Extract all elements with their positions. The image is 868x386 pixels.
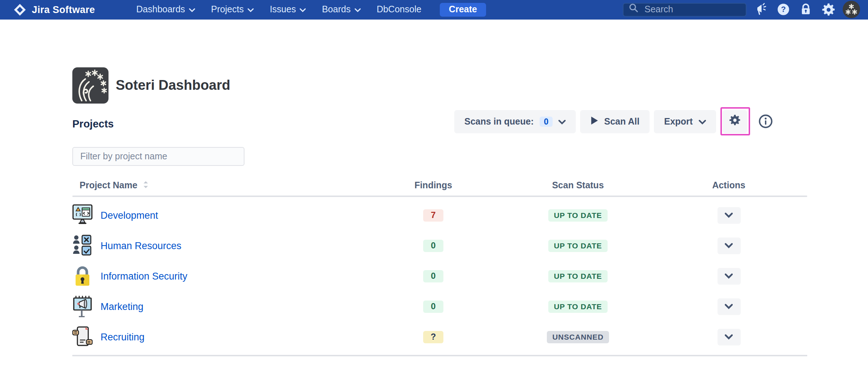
scan-status-badge: UNSCANNED bbox=[546, 331, 609, 343]
nav-item-issues[interactable]: Issues bbox=[262, 0, 314, 19]
row-actions-dropdown[interactable] bbox=[717, 328, 740, 345]
people-checklist-icon bbox=[72, 235, 93, 256]
sort-icon bbox=[142, 180, 149, 191]
row-actions-dropdown[interactable] bbox=[717, 268, 740, 284]
settings-highlight-box bbox=[720, 107, 750, 135]
row-actions-dropdown[interactable] bbox=[717, 237, 740, 254]
chevron-down-icon bbox=[299, 5, 306, 15]
nav-item-projects[interactable]: Projects bbox=[203, 0, 262, 19]
findings-badge: 0 bbox=[423, 300, 443, 312]
nav-search[interactable] bbox=[623, 3, 746, 17]
project-filter-input[interactable] bbox=[72, 147, 244, 166]
dashboard-settings-gear-button[interactable] bbox=[723, 110, 747, 133]
gear-icon bbox=[728, 114, 741, 129]
scan-all-label: Scan All bbox=[604, 116, 640, 126]
svg-text:?: ? bbox=[781, 5, 786, 14]
table-row: Development 7 UP TO DATE bbox=[72, 200, 807, 230]
lock-icon[interactable] bbox=[798, 2, 814, 18]
padlock-icon bbox=[72, 265, 93, 287]
page-title: Soteri Dashboard bbox=[116, 77, 230, 93]
scans-in-queue-label: Scans in queue: bbox=[464, 116, 534, 126]
resume-hands-icon bbox=[72, 326, 93, 348]
table-row: Information Security 0 UP TO DATE bbox=[72, 261, 807, 291]
export-label: Export bbox=[664, 116, 693, 126]
column-header-project-name[interactable]: Project Name bbox=[72, 180, 361, 191]
header-divider bbox=[72, 196, 807, 197]
column-header-actions: Actions bbox=[650, 180, 807, 190]
scan-status-badge: UP TO DATE bbox=[548, 239, 608, 252]
help-icon[interactable]: ? bbox=[775, 2, 791, 18]
findings-badge: ? bbox=[423, 331, 443, 343]
projects-table: Project Name Findings Scan Status Action… bbox=[72, 177, 807, 356]
table-row: Recruiting ? UNSCANNED bbox=[72, 322, 807, 352]
project-link[interactable]: Development bbox=[101, 210, 158, 221]
play-icon bbox=[591, 116, 599, 127]
scan-status-badge: UP TO DATE bbox=[548, 209, 608, 221]
column-header-scan-status: Scan Status bbox=[506, 180, 650, 190]
table-bottom-divider bbox=[72, 355, 807, 356]
project-link[interactable]: Information Security bbox=[101, 270, 187, 281]
jira-logo-icon bbox=[13, 3, 27, 17]
create-button[interactable]: Create bbox=[439, 3, 486, 17]
table-row: Marketing 0 UP TO DATE bbox=[72, 291, 807, 322]
scan-all-button[interactable]: Scan All bbox=[580, 110, 650, 133]
project-link[interactable]: Human Resources bbox=[101, 240, 182, 251]
announcement-icon[interactable] bbox=[753, 2, 769, 18]
table-header: Project Name Findings Scan Status Action… bbox=[72, 177, 807, 193]
top-nav: Jira Software Dashboards Projects Issues… bbox=[0, 0, 868, 19]
jira-brand[interactable]: Jira Software bbox=[13, 3, 95, 17]
scans-in-queue-dropdown[interactable]: Scans in queue: 0 bbox=[454, 110, 576, 133]
findings-badge: 0 bbox=[423, 239, 443, 252]
row-actions-dropdown[interactable] bbox=[717, 207, 740, 223]
monitor-code-icon bbox=[72, 204, 93, 226]
search-icon bbox=[629, 3, 639, 16]
billboard-megaphone-icon bbox=[72, 295, 93, 317]
soteri-logo bbox=[72, 67, 109, 104]
nav-right-group: ? bbox=[623, 1, 860, 18]
project-link[interactable]: Recruiting bbox=[101, 331, 145, 342]
info-icon[interactable] bbox=[758, 113, 774, 129]
soteri-dashboard-page: Jira Software Dashboards Projects Issues… bbox=[0, 0, 868, 386]
toolbar: Scans in queue: 0 Scan All Export bbox=[454, 107, 774, 135]
chevron-down-icon bbox=[698, 116, 706, 126]
column-header-findings: Findings bbox=[361, 180, 506, 190]
user-avatar[interactable] bbox=[843, 1, 860, 18]
chevron-down-icon bbox=[354, 5, 361, 15]
table-rows: Development 7 UP TO DATE Human Resources… bbox=[72, 200, 807, 352]
table-row: Human Resources 0 UP TO DATE bbox=[72, 230, 807, 261]
nav-item-dashboards[interactable]: Dashboards bbox=[128, 0, 203, 19]
search-input[interactable] bbox=[643, 4, 741, 16]
nav-menu: Dashboards Projects Issues Boards DbCons… bbox=[128, 0, 429, 19]
scan-status-badge: UP TO DATE bbox=[548, 270, 608, 282]
queue-count-badge: 0 bbox=[540, 116, 553, 126]
row-actions-dropdown[interactable] bbox=[717, 298, 740, 315]
findings-badge: 7 bbox=[423, 209, 443, 221]
chevron-down-icon bbox=[559, 116, 566, 126]
nav-item-dbconsole[interactable]: DbConsole bbox=[369, 0, 429, 19]
project-link[interactable]: Marketing bbox=[101, 301, 144, 312]
export-dropdown[interactable]: Export bbox=[654, 110, 716, 133]
brand-label: Jira Software bbox=[32, 4, 95, 15]
scan-status-badge: UP TO DATE bbox=[548, 300, 608, 312]
chevron-down-icon bbox=[189, 5, 195, 15]
settings-gear-icon[interactable] bbox=[820, 2, 836, 18]
project-name-header-label: Project Name bbox=[80, 180, 137, 190]
chevron-down-icon bbox=[247, 5, 254, 15]
findings-badge: 0 bbox=[423, 270, 443, 282]
nav-item-boards[interactable]: Boards bbox=[314, 0, 369, 19]
projects-heading: Projects bbox=[72, 118, 114, 130]
